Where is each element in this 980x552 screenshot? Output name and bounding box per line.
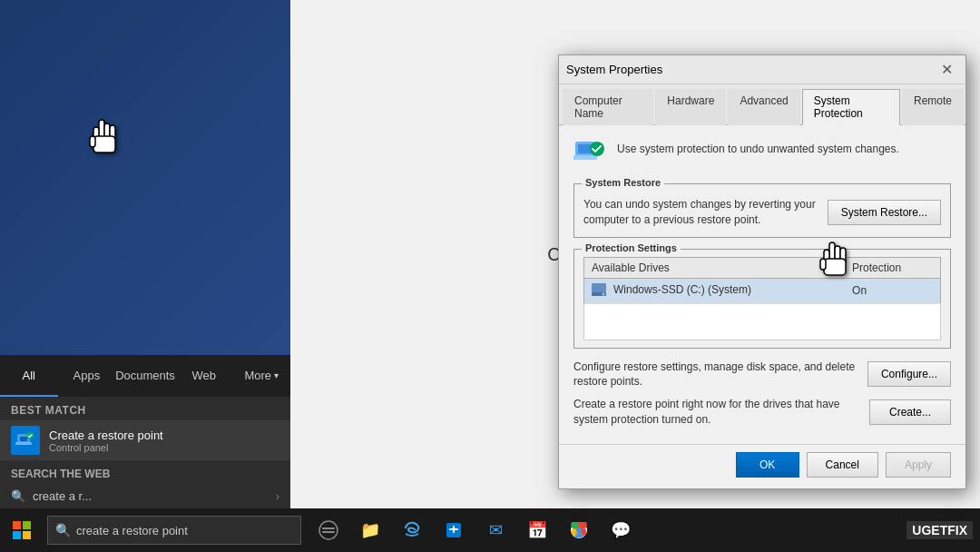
- system-protection-icon: [573, 138, 606, 171]
- svg-rect-13: [573, 155, 597, 160]
- search-result-restore[interactable]: Create a restore point Control panel: [0, 420, 290, 460]
- system-properties-dialog: System Properties ✕ Computer Name Hardwa…: [558, 54, 966, 489]
- shield-icon: [11, 426, 40, 455]
- dialog-content: Use system protection to undo unwanted s…: [559, 125, 965, 440]
- result-subtitle: Control panel: [49, 442, 163, 453]
- system-restore-button[interactable]: System Restore...: [828, 200, 941, 225]
- tab-remote[interactable]: Remote: [902, 89, 964, 125]
- result-text: Create a restore point Control panel: [49, 429, 163, 453]
- search-panel: All Apps Documents Web More ▾ Best match: [0, 355, 290, 508]
- taskbar-search-icon: 🔍: [55, 523, 71, 537]
- taskbar-app-icons: 📁 ✉ 📅: [309, 510, 641, 550]
- close-button[interactable]: ✕: [935, 58, 958, 82]
- tab-apps[interactable]: Apps: [58, 355, 116, 397]
- harddrive-icon: [592, 283, 606, 296]
- drive-protection: On: [845, 278, 940, 303]
- svg-rect-30: [13, 521, 21, 529]
- result-title: Create a restore point: [49, 429, 163, 442]
- taskbar-search-text: create a restore point: [76, 524, 188, 537]
- search-web-label: Search the web: [0, 460, 290, 484]
- protection-table: Available Drives Protection: [583, 257, 941, 304]
- taskbar-file-explorer[interactable]: 📁: [350, 510, 390, 550]
- tab-documents[interactable]: Documents: [115, 355, 175, 397]
- dialog-footer: OK Cancel Apply: [559, 444, 965, 488]
- drive-name: Windows-SSD (C:) (System): [584, 278, 846, 303]
- svg-rect-32: [13, 531, 21, 539]
- taskbar: 🔍 create a restore point 📁: [0, 508, 980, 552]
- svg-point-17: [603, 292, 605, 295]
- cancel-button[interactable]: Cancel: [807, 452, 878, 478]
- best-match-label: Best match: [0, 397, 290, 420]
- taskbar-discord[interactable]: 💬: [601, 510, 641, 550]
- tab-advanced[interactable]: Advanced: [728, 89, 799, 125]
- tab-system-protection[interactable]: System Protection: [802, 89, 900, 125]
- create-row: Create a restore point right now for the…: [573, 397, 951, 428]
- table-empty-area: [583, 304, 941, 340]
- tab-hardware[interactable]: Hardware: [655, 89, 726, 125]
- svg-rect-2: [15, 442, 32, 445]
- taskbar-mail[interactable]: ✉: [475, 510, 515, 550]
- taskbar-store[interactable]: [434, 510, 474, 550]
- taskbar-edge[interactable]: [392, 510, 432, 550]
- dialog-title: System Properties: [566, 63, 935, 76]
- web-result[interactable]: 🔍 create a r... ›: [0, 484, 290, 508]
- table-row[interactable]: Windows-SSD (C:) (System) On: [584, 278, 941, 303]
- chevron-down-icon: ▾: [274, 370, 279, 380]
- search-icon: 🔍: [11, 489, 25, 503]
- restore-desc: You can undo system changes by reverting…: [583, 197, 817, 228]
- svg-point-3: [26, 432, 34, 439]
- ugetfix-logo: UGETFIX: [906, 521, 973, 539]
- search-tabs: All Apps Documents Web More ▾: [0, 355, 290, 397]
- svg-rect-15: [592, 283, 606, 292]
- svg-rect-1: [20, 437, 27, 441]
- taskbar-cortana[interactable]: [309, 510, 348, 550]
- dialog-tabs: Computer Name Hardware Advanced System P…: [559, 84, 965, 125]
- taskbar-calendar[interactable]: 📅: [517, 510, 557, 550]
- tab-all[interactable]: All: [0, 355, 58, 397]
- start-button[interactable]: [0, 508, 44, 552]
- configure-button[interactable]: Configure...: [867, 361, 951, 387]
- ok-button[interactable]: OK: [736, 452, 799, 478]
- svg-rect-31: [23, 521, 31, 529]
- apply-button[interactable]: Apply: [886, 452, 951, 478]
- svg-rect-33: [23, 531, 31, 539]
- taskbar-chrome[interactable]: [559, 510, 599, 550]
- svg-rect-34: [319, 521, 338, 539]
- protection-settings-section: Protection Settings Available Drives Pro…: [573, 249, 951, 349]
- configure-text: Configure restore settings, manage disk …: [573, 360, 857, 390]
- restore-point-icon: [11, 426, 40, 455]
- system-restore-section: System Restore You can undo system chang…: [573, 183, 951, 238]
- dialog-titlebar: System Properties ✕: [559, 55, 965, 84]
- dialog-header: Use system protection to undo unwanted s…: [573, 138, 951, 171]
- svg-rect-36: [322, 531, 335, 533]
- drive-icon-cell: Windows-SSD (C:) (System): [592, 283, 751, 296]
- tab-more[interactable]: More ▾: [232, 355, 290, 397]
- svg-rect-35: [322, 527, 335, 529]
- arrow-icon: ›: [276, 490, 279, 503]
- taskbar-search-box[interactable]: 🔍 create a restore point: [47, 516, 301, 545]
- svg-rect-39: [453, 526, 455, 533]
- create-text: Create a restore point right now for the…: [573, 397, 858, 428]
- taskbar-right: UGETFIX: [906, 521, 980, 539]
- restore-body: You can undo system changes by reverting…: [583, 197, 941, 228]
- tab-web[interactable]: Web: [175, 355, 233, 397]
- create-button[interactable]: Create...: [869, 399, 951, 425]
- svg-point-42: [576, 527, 582, 533]
- dialog-header-text: Use system protection to undo unwanted s…: [617, 138, 899, 157]
- tab-computer-name[interactable]: Computer Name: [563, 89, 653, 125]
- web-result-text: create a r...: [33, 489, 92, 503]
- protection-settings-label: Protection Settings: [582, 242, 681, 253]
- col-protection: Protection: [845, 257, 940, 278]
- col-drives: Available Drives: [584, 257, 846, 278]
- configure-row: Configure restore settings, manage disk …: [573, 360, 951, 390]
- system-restore-label: System Restore: [582, 177, 664, 188]
